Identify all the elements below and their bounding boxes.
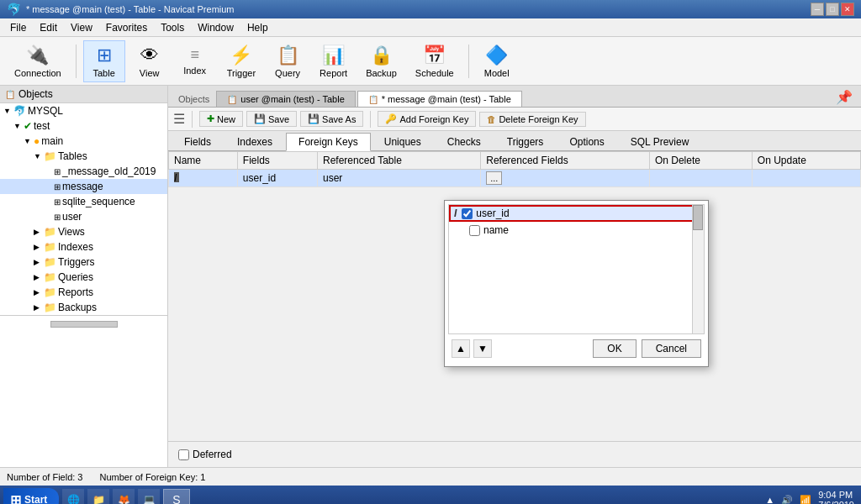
deferred-label[interactable]: Deferred: [178, 449, 851, 460]
menu-view[interactable]: View: [64, 20, 99, 35]
add-foreign-key-button[interactable]: 🔑 Add Foreign Key: [378, 111, 476, 127]
taskbar-icon-2[interactable]: 🦊: [113, 489, 135, 504]
sidebar-item-user[interactable]: ⊞ user: [0, 209, 167, 224]
menu-icon[interactable]: ☰: [173, 111, 185, 127]
objects-icon: 📋: [5, 90, 15, 99]
sidebar-item-message[interactable]: ⊞ message: [0, 179, 167, 194]
menu-edit[interactable]: Edit: [33, 20, 64, 35]
objects-header: 📋 Objects: [0, 86, 167, 103]
taskbar-icon-1[interactable]: 📁: [87, 489, 109, 504]
queries-icon: 📁: [44, 271, 56, 283]
sidebar-label-user: user: [62, 211, 82, 223]
schedule-tool[interactable]: 📅 Schedule: [408, 40, 462, 82]
menu-window[interactable]: Window: [191, 20, 240, 35]
cell-ref-fields[interactable]: ...: [481, 170, 650, 187]
report-tool[interactable]: 📊 Report: [312, 40, 355, 82]
modal-scrollbar[interactable]: [692, 205, 704, 333]
pin-button[interactable]: 📌: [831, 87, 858, 107]
sidebar-item-mysql[interactable]: ▼ 🐬 MYSQL: [0, 103, 167, 118]
deferred-text: Deferred: [193, 449, 232, 460]
connection-tool[interactable]: 🔌 Connection: [7, 40, 69, 82]
sidebar-item-reports[interactable]: ▶ 📁 Reports: [0, 285, 167, 300]
sidebar-scrollbar[interactable]: [0, 315, 167, 332]
sidebar-item-triggers[interactable]: ▶ 📁 Triggers: [0, 255, 167, 270]
delete-foreign-key-button[interactable]: 🗑 Delete Foreign Key: [479, 112, 585, 127]
col-ref-table: Referenced Table: [318, 152, 481, 170]
taskbar-app-btn[interactable]: S: [163, 489, 189, 504]
sidebar-item-queries[interactable]: ▶ 📁 Queries: [0, 270, 167, 285]
index-label: Index: [183, 66, 206, 76]
sub-tab-checks[interactable]: Checks: [435, 133, 494, 150]
menu-file[interactable]: File: [3, 20, 33, 35]
tab-user-table[interactable]: 📋 user @main (test) - Table: [216, 91, 355, 107]
table-tool[interactable]: ⊞ Table: [83, 40, 125, 82]
sidebar-scroll-thumb[interactable]: [50, 321, 118, 328]
index-icon: ≡: [190, 46, 199, 64]
view-tool[interactable]: 👁 View: [129, 40, 171, 82]
expand-arrow-views: ▶: [34, 228, 42, 236]
sidebar-item-tables[interactable]: ▼ 📁 Tables: [0, 149, 167, 164]
new-button[interactable]: ✚ New: [199, 111, 243, 127]
deferred-checkbox[interactable]: [178, 449, 189, 460]
tab-message-table[interactable]: 📋 * message @main (test) - Table: [357, 91, 522, 107]
modal-list-item-name[interactable]: name: [449, 222, 704, 239]
save-as-button[interactable]: 💾 Save As: [300, 111, 363, 127]
up-arrow-button[interactable]: ▲: [452, 339, 470, 358]
field-count: Number of Field: 3: [7, 472, 82, 482]
cancel-button[interactable]: Cancel: [642, 339, 701, 358]
volume-icon: 🔊: [781, 495, 793, 505]
trigger-tool[interactable]: ⚡ Trigger: [219, 40, 263, 82]
down-arrow-button[interactable]: ▼: [473, 339, 492, 358]
sidebar-item-test[interactable]: ▼ ✔ test: [0, 118, 167, 134]
taskbar-right: ▲ 🔊 📶 9:04 PM 7/6/2019: [765, 490, 858, 504]
modal-scrollbar-thumb[interactable]: [693, 205, 703, 230]
tab-icon-user: 📋: [227, 95, 237, 104]
userid-checkbox[interactable]: [462, 208, 473, 219]
sub-tab-options[interactable]: Options: [557, 133, 616, 150]
model-label: Model: [484, 68, 510, 78]
minimize-button[interactable]: ─: [811, 3, 824, 16]
menu-help[interactable]: Help: [240, 20, 275, 35]
sub-tab-triggers[interactable]: Triggers: [494, 133, 557, 150]
ref-fields-btn[interactable]: ...: [486, 171, 502, 185]
add-fk-icon: 🔑: [385, 113, 397, 124]
query-tool[interactable]: 📋 Query: [267, 40, 309, 82]
maximize-button[interactable]: □: [826, 3, 839, 16]
backup-tool[interactable]: 🔒 Backup: [358, 40, 404, 82]
taskbar-icon-0[interactable]: 🌐: [62, 489, 84, 504]
sub-tab-foreign-keys[interactable]: Foreign Keys: [286, 133, 371, 151]
sidebar-label-message-old: _message_old_2019: [62, 165, 156, 177]
model-tool[interactable]: 🔷 Model: [476, 40, 518, 82]
trigger-icon: ⚡: [230, 45, 252, 66]
col-fields: Fields: [237, 152, 317, 170]
sidebar-item-backups[interactable]: ▶ 📁 Backups: [0, 300, 167, 315]
menu-favorites[interactable]: Favorites: [99, 20, 154, 35]
ok-button[interactable]: OK: [593, 339, 636, 358]
close-button[interactable]: ✕: [841, 3, 854, 16]
sidebar-label-queries: Queries: [58, 271, 93, 283]
sidebar-item-indexes[interactable]: ▶ 📁 Indexes: [0, 239, 167, 255]
sidebar-item-main[interactable]: ▼ ● main: [0, 134, 167, 149]
save-button[interactable]: 💾 Save: [246, 111, 297, 127]
sub-tab-uniques[interactable]: Uniques: [372, 133, 434, 150]
sub-tab-sql-preview[interactable]: SQL Preview: [618, 133, 702, 150]
name-checkbox[interactable]: [469, 225, 480, 236]
sub-tab-fields[interactable]: Fields: [172, 133, 224, 150]
name-label: name: [483, 224, 509, 236]
sub-tab-indexes[interactable]: Indexes: [224, 133, 285, 150]
taskbar-icon-3[interactable]: 💻: [138, 489, 160, 504]
window-controls[interactable]: ─ □ ✕: [811, 3, 854, 16]
start-button[interactable]: ⊞ Start: [3, 488, 59, 504]
view-icon: 👁: [140, 45, 159, 66]
table-row[interactable]: I user_id user ...: [169, 170, 861, 187]
table-label: Table: [93, 68, 115, 78]
sidebar-item-message-old[interactable]: ⊞ _message_old_2019: [0, 164, 167, 179]
expand-arrow-test: ▼: [13, 122, 22, 130]
sidebar-item-sqlite[interactable]: ⊞ sqlite_sequence: [0, 194, 167, 209]
cursor-indicator: I: [454, 207, 457, 219]
connection-label: Connection: [14, 68, 61, 78]
menu-tools[interactable]: Tools: [154, 20, 191, 35]
modal-list-item-userid[interactable]: I user_id: [449, 205, 704, 222]
sidebar-item-views[interactable]: ▶ 📁 Views: [0, 224, 167, 239]
index-tool[interactable]: ≡ Index: [174, 42, 216, 80]
